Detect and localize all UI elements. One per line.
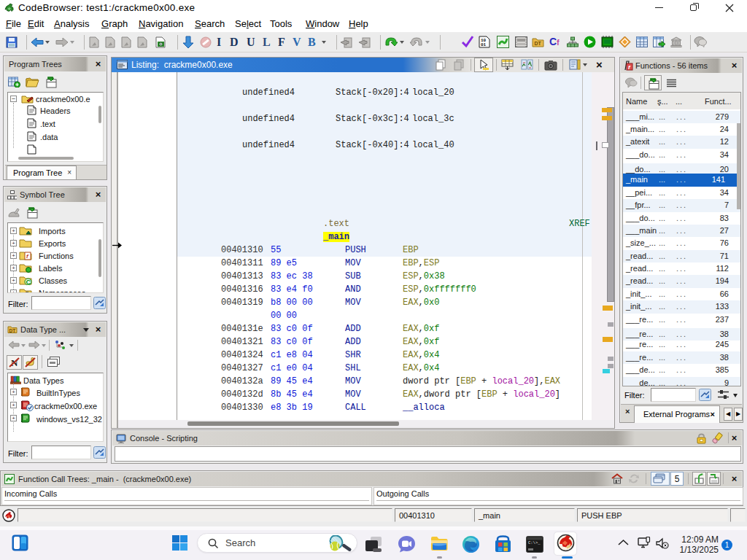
svg-text:DT: DT — [9, 328, 16, 333]
svg-text:DT: DT — [535, 41, 542, 46]
svg-text:01: 01 — [481, 42, 487, 47]
svg-text:C: C — [26, 279, 31, 285]
svg-text:(): () — [25, 291, 29, 293]
svg-text:C:\>_: C:\>_ — [528, 540, 541, 545]
